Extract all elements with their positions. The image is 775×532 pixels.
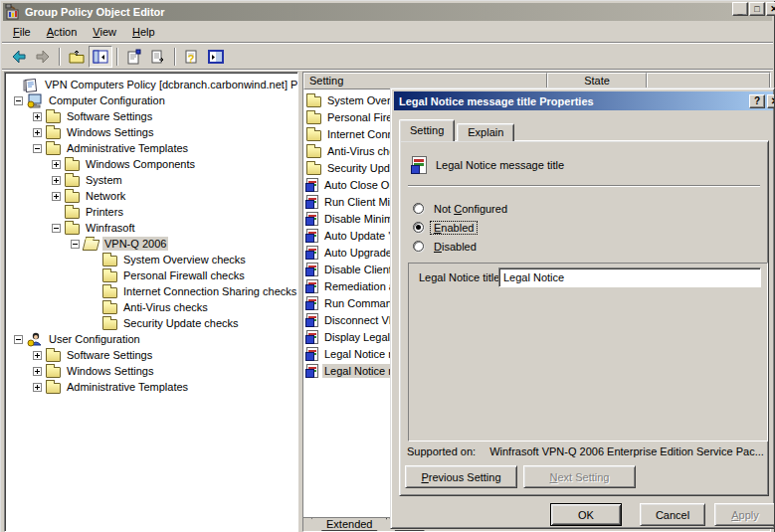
- tree-item-network[interactable]: Network: [5, 188, 297, 204]
- collapse-icon[interactable]: [14, 335, 23, 344]
- list-item-label: Disconnect VP: [322, 313, 398, 327]
- menu-action[interactable]: Action: [39, 23, 86, 41]
- previous-setting-button[interactable]: Previous Setting: [405, 465, 517, 488]
- folder-icon: [102, 300, 117, 314]
- properties-dialog: Legal Notice message title Properties ? …: [390, 88, 775, 529]
- radio-not-configured[interactable]: Not Configured: [413, 199, 510, 218]
- cancel-button[interactable]: Cancel: [640, 503, 705, 526]
- dialog-title: Legal Notice message title Properties: [399, 95, 594, 107]
- policy-icon: [306, 178, 318, 192]
- up-one-level-button[interactable]: [65, 46, 89, 68]
- tree-item-printers[interactable]: Printers: [5, 204, 297, 220]
- tab-setting[interactable]: Setting: [399, 119, 455, 141]
- dialog-close-button[interactable]: ✕: [767, 94, 775, 108]
- tree-item-label: Software Settings: [65, 109, 154, 123]
- tree-item-antivirus-checks[interactable]: Anti-Virus checks: [5, 299, 297, 315]
- list-item-label: Internet Conn: [325, 127, 396, 141]
- maximize-button[interactable]: □: [749, 2, 765, 16]
- tree-item-label: System Overview checks: [121, 253, 248, 266]
- up-folder-icon: [69, 49, 85, 65]
- expand-icon[interactable]: [33, 383, 42, 392]
- expand-icon[interactable]: [33, 128, 42, 137]
- expand-icon[interactable]: [52, 176, 61, 185]
- tree-item-system-overview-checks[interactable]: System Overview checks: [5, 252, 297, 267]
- radio-disabled[interactable]: Disabled: [413, 237, 510, 256]
- tree-item-vpnq-2006[interactable]: VPN-Q 2006: [5, 236, 297, 252]
- apply-button[interactable]: Apply: [714, 503, 775, 526]
- question-mark-icon: ?: [754, 95, 760, 106]
- show-console-tree-button[interactable]: [89, 46, 112, 68]
- radio-group: Not Configured Enabled Disabled: [413, 199, 510, 256]
- expand-icon[interactable]: [33, 112, 42, 121]
- expand-icon[interactable]: [33, 367, 42, 376]
- setting-options-groupbox: Legal Notice title: [408, 263, 768, 442]
- tree-item-personal-firewall-checks[interactable]: Personal Firewall checks: [5, 267, 297, 283]
- toolbar: ?: [2, 45, 773, 70]
- tree-item-windows-components[interactable]: Windows Components: [5, 156, 297, 172]
- tree-item-ics-checks[interactable]: Internet Connection Sharing checks: [5, 283, 297, 299]
- collapse-icon[interactable]: [14, 96, 23, 105]
- tree-item-label: Windows Settings: [65, 125, 155, 139]
- list-item-label: Disable Minimi: [322, 212, 398, 226]
- expand-icon[interactable]: [52, 192, 61, 201]
- tree-item-security-update-checks[interactable]: Security Update checks: [5, 315, 297, 331]
- ok-button[interactable]: OK: [550, 503, 622, 526]
- tree-item-computer-configuration[interactable]: Computer Configuration: [5, 92, 297, 108]
- menu-file[interactable]: File: [5, 23, 39, 41]
- tree-item-user-software-settings[interactable]: Software Settings: [5, 347, 297, 363]
- next-setting-button[interactable]: Next Setting: [523, 465, 636, 488]
- policy-icon: [306, 195, 318, 209]
- radio-icon: [413, 203, 424, 214]
- tree-item-system[interactable]: System: [5, 172, 297, 188]
- tab-explain[interactable]: Explain: [457, 123, 514, 141]
- tree-item-label: Security Update checks: [121, 316, 241, 330]
- radio-enabled[interactable]: Enabled: [413, 218, 510, 237]
- policy-icon: [306, 212, 318, 226]
- setting-name-row: Legal Notice message title: [412, 156, 564, 174]
- tree-item-label: System: [84, 173, 124, 187]
- open-folder-icon: [84, 237, 98, 251]
- minimize-button[interactable]: _: [732, 2, 748, 16]
- tree-item-user-administrative-templates[interactable]: Administrative Templates: [5, 379, 297, 395]
- tab-extended[interactable]: Extended: [311, 518, 387, 531]
- list-item-label: Legal Notice n: [322, 347, 396, 361]
- dialog-tabs: Setting Explain: [399, 119, 516, 141]
- legal-notice-title-input[interactable]: [498, 267, 761, 287]
- expand-icon[interactable]: [33, 351, 42, 360]
- toolbar-separator: [116, 48, 118, 66]
- menu-help[interactable]: Help: [124, 23, 163, 41]
- setting-name: Legal Notice message title: [436, 159, 564, 171]
- tree-item-windows-settings[interactable]: Windows Settings: [5, 124, 297, 140]
- help-button[interactable]: ?: [180, 46, 204, 68]
- forward-button[interactable]: [31, 46, 55, 68]
- collapse-icon[interactable]: [33, 144, 42, 153]
- folder-icon: [306, 93, 321, 107]
- collapse-icon[interactable]: [52, 224, 61, 233]
- folder-icon: [306, 110, 321, 124]
- collapse-icon[interactable]: [71, 240, 80, 249]
- expand-icon[interactable]: [52, 160, 61, 169]
- export-list-button[interactable]: [146, 46, 170, 68]
- tree-item-label: Internet Connection Sharing checks: [121, 284, 298, 298]
- tree-item-label: User Configuration: [47, 332, 142, 346]
- policy-icon: [306, 229, 318, 243]
- menu-view[interactable]: View: [85, 23, 124, 41]
- extended-view-icon: [208, 49, 224, 65]
- extended-view-button[interactable]: [204, 46, 228, 68]
- dialog-help-button[interactable]: ?: [749, 94, 765, 108]
- tree-item-software-settings[interactable]: Software Settings: [5, 108, 297, 124]
- properties-button[interactable]: [122, 46, 146, 68]
- tree-item-winfrasoft[interactable]: Winfrasoft: [5, 220, 297, 236]
- back-button[interactable]: [7, 46, 31, 68]
- list-item-label: Auto Close Or: [322, 178, 395, 192]
- tree-item-administrative-templates[interactable]: Administrative Templates: [5, 140, 297, 156]
- policy-icon: [306, 263, 318, 276]
- radio-label: Enabled: [431, 222, 477, 234]
- tree-item-root[interactable]: VPN Computers Policy [dcbranch.carbonwin…: [5, 77, 297, 92]
- close-button[interactable]: ✕: [766, 2, 775, 16]
- back-arrow-icon: [11, 49, 27, 65]
- folder-icon: [306, 127, 321, 141]
- tree-item-user-windows-settings[interactable]: Windows Settings: [5, 363, 297, 379]
- tree-item-user-configuration[interactable]: User Configuration: [5, 331, 297, 347]
- console-tree-panel-icon: [93, 49, 108, 65]
